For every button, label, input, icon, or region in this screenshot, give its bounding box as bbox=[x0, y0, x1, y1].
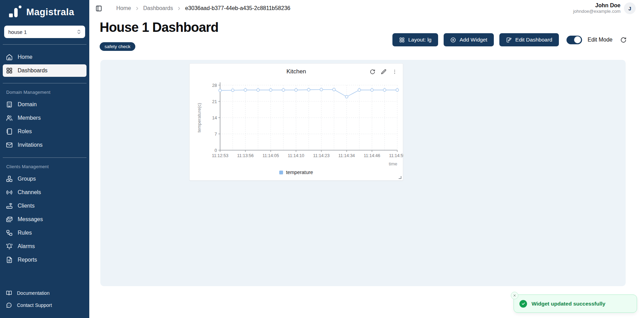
svg-text:11:14:10: 11:14:10 bbox=[288, 153, 305, 158]
svg-text:11:14:46: 11:14:46 bbox=[364, 153, 380, 158]
magistrala-logo-icon bbox=[9, 6, 21, 19]
user-email: johndoe@example.com bbox=[573, 9, 620, 14]
breadcrumb-home[interactable]: Home bbox=[116, 5, 131, 11]
sidebar-item-contact-support[interactable]: Contact Support bbox=[3, 300, 87, 311]
check-icon bbox=[521, 301, 526, 306]
toast-message: Widget updated successfully bbox=[532, 301, 605, 307]
boxes-icon bbox=[6, 175, 13, 182]
sidebar-item-label: Channels bbox=[18, 189, 41, 196]
edit-mode-label: Edit Mode bbox=[588, 37, 613, 43]
sidebar-item-clients[interactable]: Clients bbox=[3, 200, 87, 212]
sidebar-item-label: Contact Support bbox=[17, 302, 52, 308]
toast-close-button[interactable] bbox=[511, 292, 518, 299]
sidebar-section-label: Clients Management bbox=[6, 164, 83, 169]
sidebar-item-invitations[interactable]: Invitations bbox=[3, 139, 87, 151]
sidebar-item-label: Alarms bbox=[18, 243, 35, 249]
sidebar-section: Clients ManagementGroupsChannelsClientsM… bbox=[0, 164, 89, 266]
sidebar-toggle-button[interactable] bbox=[93, 3, 104, 13]
widget-menu-button[interactable] bbox=[390, 67, 399, 76]
breadcrumb-dashboards[interactable]: Dashboards bbox=[143, 5, 173, 11]
sidebar-nav: HomeDashboardsDomain ManagementDomainMem… bbox=[0, 51, 89, 267]
panel-left-icon bbox=[96, 5, 102, 12]
sidebar-item-groups[interactable]: Groups bbox=[3, 173, 87, 185]
circle-plus-icon bbox=[450, 37, 456, 43]
notebook-icon bbox=[6, 128, 13, 135]
dashboard-actions: Layout: lg Add Widget Edit Dashboard Edi… bbox=[392, 33, 628, 46]
svg-text:time: time bbox=[389, 161, 397, 166]
user-text: John Doe johndoe@example.com bbox=[573, 2, 620, 14]
widget-resize-handle[interactable] bbox=[399, 176, 401, 179]
sidebar-item-channels[interactable]: Channels bbox=[3, 186, 87, 199]
domain-select[interactable]: house 1 bbox=[4, 26, 85, 38]
layout-button-label: Layout: lg bbox=[408, 37, 432, 43]
add-widget-button[interactable]: Add Widget bbox=[444, 33, 494, 46]
sidebar-item-dashboards[interactable]: Dashboards bbox=[3, 64, 87, 77]
sidebar-divider bbox=[3, 44, 87, 45]
chevron-right-icon bbox=[176, 6, 182, 11]
avatar[interactable]: J bbox=[624, 2, 636, 14]
widget-card-kitchen[interactable]: Kitchen 0714212811:12:5311:13:5611:14:05… bbox=[189, 63, 403, 181]
toast-success: Widget updated successfully bbox=[514, 294, 637, 313]
check-circle-icon bbox=[519, 300, 527, 308]
layout-button[interactable]: Layout: lg bbox=[392, 33, 438, 46]
sidebar-item-label: Rules bbox=[18, 230, 32, 236]
close-icon bbox=[513, 294, 516, 297]
widget-title: Kitchen bbox=[287, 68, 306, 75]
sidebar-item-documentation[interactable]: Documentation bbox=[3, 288, 87, 299]
sidebar-item-home[interactable]: Home bbox=[3, 51, 87, 63]
domain-select-value: house 1 bbox=[8, 29, 27, 35]
widget-edit-button[interactable] bbox=[379, 67, 388, 76]
brand-name: Magistrala bbox=[26, 7, 74, 18]
svg-text:21: 21 bbox=[212, 99, 217, 104]
file-text-icon bbox=[6, 256, 13, 263]
clipboard-pen-icon bbox=[506, 37, 512, 43]
chart-legend[interactable]: temperature bbox=[190, 170, 403, 175]
refresh-dashboard-button[interactable] bbox=[618, 35, 628, 45]
svg-text:11:14:05: 11:14:05 bbox=[262, 153, 279, 158]
message-mail-icon bbox=[6, 216, 13, 223]
user-menu[interactable]: John Doe johndoe@example.com J bbox=[573, 2, 636, 14]
page-title: House 1 Dashboard bbox=[100, 20, 218, 35]
widget-refresh-button[interactable] bbox=[368, 67, 377, 76]
sidebar-item-label: Reports bbox=[18, 257, 37, 263]
sidebar-divider bbox=[3, 157, 87, 158]
sidebar-item-members[interactable]: Members bbox=[3, 112, 87, 124]
sidebar-item-rules[interactable]: Rules bbox=[3, 227, 87, 239]
refresh-icon bbox=[620, 37, 627, 43]
sidebar-item-label: Members bbox=[18, 115, 41, 121]
legend-swatch bbox=[279, 171, 283, 174]
svg-text:7: 7 bbox=[215, 132, 217, 137]
sidebar-divider bbox=[3, 83, 87, 83]
sidebar-item-roles[interactable]: Roles bbox=[3, 125, 87, 138]
refresh-icon bbox=[370, 69, 375, 75]
dashboard-canvas: Kitchen 0714212811:12:5311:13:5611:14:05… bbox=[100, 60, 626, 286]
sidebar-item-reports[interactable]: Reports bbox=[3, 254, 87, 266]
edit-dashboard-button[interactable]: Edit Dashboard bbox=[499, 33, 559, 46]
topbar: Home Dashboards e3036aad-b377-44eb-a435-… bbox=[89, 0, 644, 17]
book-open-icon bbox=[6, 290, 12, 296]
sidebar-section: HomeDashboards bbox=[0, 51, 89, 77]
mail-icon bbox=[6, 142, 13, 148]
sidebar-item-label: Dashboards bbox=[18, 67, 47, 74]
toggle-knob bbox=[574, 36, 581, 43]
sidebar-item-domain[interactable]: Domain bbox=[3, 98, 87, 111]
sidebar-item-alarms[interactable]: Alarms bbox=[3, 240, 87, 253]
edit-mode-toggle[interactable] bbox=[566, 36, 582, 44]
message-circle-icon bbox=[6, 302, 12, 308]
breadcrumb-dashboard-id: e3036aad-b377-44eb-a435-2c8811b58236 bbox=[185, 5, 290, 11]
sidebar-item-label: Invitations bbox=[18, 142, 43, 148]
chevrons-up-down-icon bbox=[76, 29, 82, 35]
sidebar-item-messages[interactable]: Messages bbox=[3, 213, 87, 226]
svg-text:28: 28 bbox=[212, 83, 217, 88]
edit-dashboard-button-label: Edit Dashboard bbox=[515, 37, 552, 43]
sidebar-section: Domain ManagementDomainMembersRolesInvit… bbox=[0, 90, 89, 151]
pencil-icon bbox=[381, 69, 387, 75]
router-icon bbox=[6, 202, 13, 209]
dashboard-tag: safety check bbox=[100, 42, 135, 51]
sidebar-section-label: Domain Management bbox=[6, 90, 83, 95]
widget-card-actions bbox=[368, 67, 399, 76]
breadcrumb: Home Dashboards e3036aad-b377-44eb-a435-… bbox=[116, 5, 290, 11]
sidebar-item-label: Domain bbox=[18, 101, 37, 108]
chart-plot-area: 0714212811:12:5311:13:5611:14:0511:14:10… bbox=[190, 80, 403, 167]
sidebar-item-label: Roles bbox=[18, 128, 32, 135]
